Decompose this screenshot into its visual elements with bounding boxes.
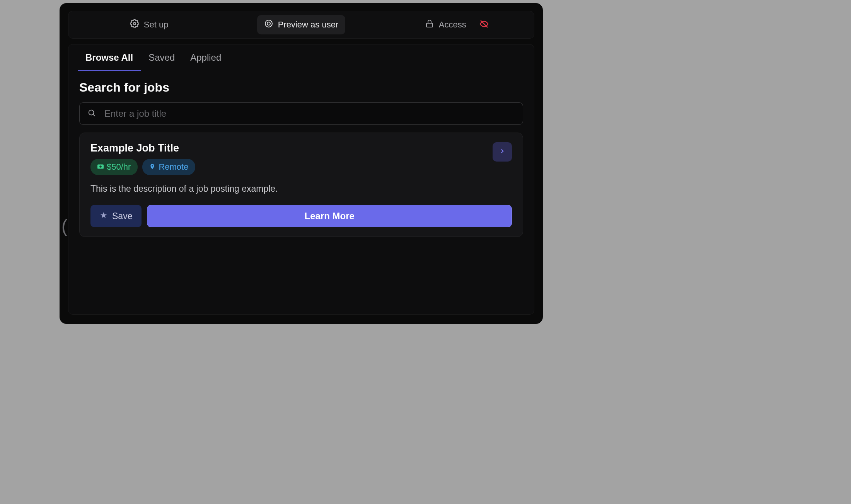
tab-label: Browse All — [85, 52, 133, 63]
rate-value: $50/hr — [107, 162, 131, 172]
star-icon — [100, 211, 107, 221]
save-label: Save — [112, 211, 132, 221]
job-title: Example Job Title — [90, 142, 195, 154]
tab-browse-all[interactable]: Browse All — [78, 44, 141, 71]
card-actions: Save Learn More — [90, 205, 512, 227]
tab-label: Applied — [190, 52, 221, 63]
access-button[interactable]: Access — [418, 15, 473, 34]
toolbar: Set up Preview as user — [68, 11, 534, 39]
side-handle[interactable]: ( — [61, 218, 69, 234]
location-badge: Remote — [142, 159, 195, 175]
learn-more-button[interactable]: Learn More — [147, 205, 512, 227]
tab-applied[interactable]: Applied — [182, 44, 229, 71]
svg-rect-3 — [426, 23, 433, 27]
setup-button[interactable]: Set up — [123, 15, 176, 34]
chevron-right-icon — [499, 148, 506, 156]
job-card: Example Job Title $50/hr — [79, 133, 523, 237]
money-icon — [97, 162, 104, 172]
svg-point-5 — [89, 110, 94, 115]
svg-point-1 — [265, 20, 272, 27]
setup-label: Set up — [144, 20, 169, 30]
tab-saved[interactable]: Saved — [141, 44, 182, 71]
lock-icon — [425, 19, 434, 31]
location-value: Remote — [159, 162, 188, 172]
badges: $50/hr Remote — [90, 159, 195, 175]
search-input[interactable] — [104, 108, 515, 119]
tabs: Browse All Saved Applied — [68, 44, 534, 71]
svg-point-8 — [99, 165, 102, 168]
content-panel: ( Browse All Saved Applied Search for jo… — [68, 44, 534, 315]
save-button[interactable]: Save — [90, 205, 142, 227]
preview-label: Preview as user — [278, 20, 339, 30]
eye-off-icon[interactable] — [479, 19, 489, 30]
rate-badge: $50/hr — [90, 159, 138, 175]
gear-icon — [130, 19, 139, 31]
svg-point-0 — [133, 22, 136, 25]
pin-icon — [149, 162, 155, 172]
app-container: Set up Preview as user — [60, 3, 543, 324]
page-title: Search for jobs — [79, 80, 523, 95]
search-icon — [87, 109, 96, 119]
search-container[interactable] — [79, 102, 523, 125]
target-icon — [264, 19, 273, 31]
job-description: This is the description of a job posting… — [90, 184, 512, 194]
learn-label: Learn More — [305, 211, 355, 221]
expand-button[interactable] — [493, 142, 512, 162]
svg-point-2 — [267, 22, 270, 25]
svg-line-6 — [93, 114, 95, 116]
access-label: Access — [439, 20, 466, 30]
preview-button[interactable]: Preview as user — [257, 15, 346, 34]
tab-label: Saved — [148, 52, 175, 63]
